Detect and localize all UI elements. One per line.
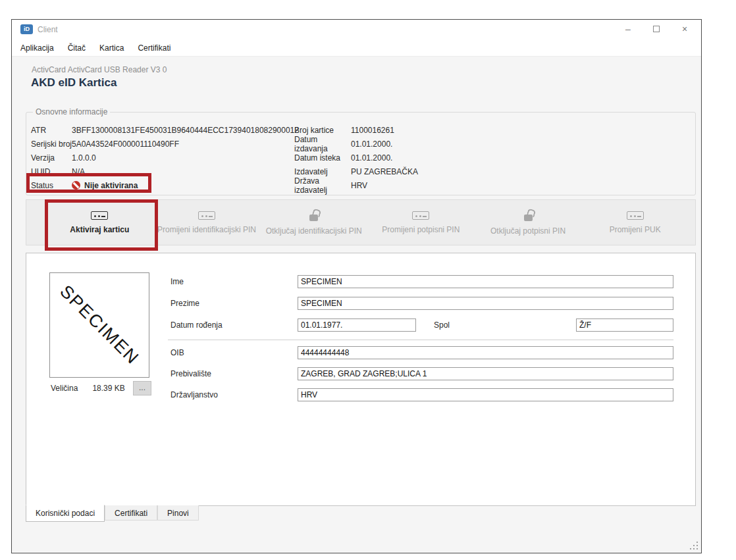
oib-input[interactable] — [298, 346, 673, 359]
uuid-label: UUID — [31, 167, 72, 176]
datum-rodjenja-row: Datum rođenja Spol — [26, 318, 695, 332]
spol-input[interactable] — [576, 318, 673, 332]
menu-kartica[interactable]: Kartica — [99, 43, 124, 53]
serial-value: 5A0A43524F000001110490FF — [72, 140, 179, 149]
issuer-country-value: HRV — [351, 181, 367, 190]
basic-info-right-column: Broj kartice 1100016261 Datum izdavanja … — [294, 123, 418, 192]
ime-row: Ime — [26, 275, 695, 288]
serial-row: Serijski broj 5A0A43524F000001110490FF — [31, 137, 299, 151]
menu-citac[interactable]: Čitač — [68, 43, 86, 53]
unlock-sign-pin-button[interactable]: Otključaj potpisni PIN — [475, 200, 582, 245]
pin-pad-icon — [198, 211, 215, 220]
status-value: Nije aktivirana — [84, 181, 138, 190]
change-sign-pin-button[interactable]: Promijeni potpisni PIN — [367, 200, 475, 245]
unlock-icon — [524, 215, 533, 221]
activate-card-button[interactable]: Aktiviraj karticu — [46, 200, 153, 245]
change-id-pin-button[interactable]: Promijeni identifikacijski PIN — [153, 200, 261, 245]
menu-aplikacija[interactable]: Aplikacija — [20, 43, 54, 53]
card-title: AKD eID Kartica — [31, 76, 117, 89]
atr-label: ATR — [31, 126, 72, 135]
drzavljanstvo-input[interactable] — [298, 388, 673, 401]
close-button[interactable]: × — [680, 24, 689, 34]
prezime-input[interactable] — [298, 297, 673, 310]
tab-certifikati[interactable]: Certifikati — [105, 505, 157, 521]
change-id-pin-label: Promijeni identifikacijski PIN — [157, 225, 256, 234]
prezime-row: Prezime — [26, 297, 695, 310]
menubar: Aplikacija Čitač Kartica Certifikati — [12, 39, 701, 57]
issue-date-label: Datum izdavanja — [294, 135, 351, 153]
status-label: Status — [31, 181, 72, 190]
resize-grip[interactable] — [690, 542, 698, 550]
expiry-date-label: Datum isteka — [294, 153, 351, 163]
window-title: Client — [38, 25, 58, 34]
issuer-label: Izdavatelj — [294, 167, 351, 176]
atr-row: ATR 3BFF1300008131FE450031B9640444ECC173… — [31, 123, 299, 137]
serial-label: Serijski broj — [31, 140, 72, 149]
issuer-country-row: Država izdavatelj HRV — [294, 178, 418, 192]
version-label: Verzija — [31, 153, 72, 163]
datum-rodjenja-label: Datum rođenja — [171, 320, 223, 330]
tab-korisnicki-podaci[interactable]: Korisnički podaci — [26, 505, 105, 522]
drzavljanstvo-label: Državljanstvo — [171, 390, 218, 399]
basic-info-left-column: ATR 3BFF1300008131FE450031B9640444ECC173… — [31, 123, 299, 192]
uuid-row: UUID N/A — [31, 165, 299, 178]
group-label: Osnovne informacije — [33, 107, 110, 116]
unlock-icon — [309, 215, 318, 221]
atr-value: 3BFF1300008131FE450031B9640444ECC1739401… — [72, 126, 299, 135]
tab-pinovi[interactable]: Pinovi — [157, 505, 199, 521]
issuer-country-label: Država izdavatelj — [294, 176, 351, 195]
issue-date-value: 01.01.2000. — [351, 140, 392, 149]
prebivaliste-input[interactable] — [298, 367, 673, 380]
ime-input[interactable] — [298, 275, 673, 288]
app-window: iD Client – × Aplikacija Čitač Kartica C… — [11, 19, 702, 553]
change-sign-pin-label: Promijeni potpisni PIN — [382, 225, 460, 234]
titlebar: iD Client – × — [12, 20, 701, 39]
prebivaliste-label: Prebivalište — [171, 369, 211, 378]
oib-row: OIB — [26, 346, 695, 359]
uuid-value: N/A — [72, 167, 85, 176]
pin-pad-icon — [91, 211, 108, 220]
change-puk-button[interactable]: Promijeni PUK — [581, 200, 689, 245]
expiry-date-row: Datum isteka 01.01.2000. — [294, 151, 418, 165]
ime-label: Ime — [171, 277, 184, 286]
not-activated-icon — [72, 181, 80, 190]
maximize-button[interactable] — [652, 24, 661, 34]
issue-date-row: Datum izdavanja 01.01.2000. — [294, 137, 418, 151]
maximize-icon — [653, 26, 660, 32]
spol-label: Spol — [434, 320, 450, 330]
unlock-sign-pin-label: Otključaj potpisni PIN — [490, 226, 565, 236]
minimize-button[interactable]: – — [623, 24, 633, 34]
issuer-value: PU ZAGREBAČKA — [351, 167, 418, 176]
pin-pad-icon — [627, 211, 644, 220]
oib-label: OIB — [171, 348, 184, 357]
unlock-id-pin-label: Otključaj identifikacijski PIN — [266, 226, 362, 236]
menu-certifikati[interactable]: Certifikati — [138, 43, 171, 53]
reader-name: ActivCard ActivCard USB Reader V3 0 — [32, 65, 167, 74]
basic-info-group: Osnovne informacije ATR 3BFF1300008131FE… — [26, 112, 696, 195]
card-number-value: 1100016261 — [351, 126, 394, 135]
expiry-date-value: 01.01.2000. — [351, 153, 392, 163]
window-controls: – × — [623, 24, 689, 34]
form-separator — [168, 340, 673, 340]
bottom-tabs: Korisnički podaci Certifikati Pinovi — [26, 505, 199, 522]
pin-pad-icon — [412, 211, 429, 220]
user-data-panel: SPECIMEN Veličina 18.39 KB ... Ime Prezi… — [26, 253, 696, 506]
datum-rodjenja-input[interactable] — [298, 318, 416, 332]
version-row: Verzija 1.0.0.0 — [31, 151, 299, 165]
activate-card-label: Aktiviraj karticu — [70, 225, 129, 234]
card-number-label: Broj kartice — [294, 126, 351, 135]
version-value: 1.0.0.0 — [72, 153, 96, 163]
prebivaliste-row: Prebivalište — [26, 367, 695, 380]
prezime-label: Prezime — [171, 299, 199, 308]
status-row: Status Nije aktivirana — [31, 178, 299, 192]
card-actions-toolbar: Aktiviraj karticu Promijeni identifikaci… — [26, 199, 696, 245]
drzavljanstvo-row: Državljanstvo — [26, 388, 695, 401]
unlock-id-pin-button[interactable]: Otključaj identifikacijski PIN — [260, 200, 367, 245]
app-icon: iD — [20, 24, 33, 34]
change-puk-label: Promijeni PUK — [610, 225, 661, 234]
